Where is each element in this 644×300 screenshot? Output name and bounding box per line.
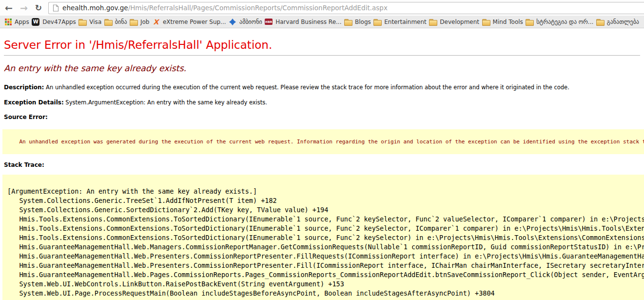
folder-icon: [78, 18, 86, 26]
bookmark-item[interactable]: Blogs: [344, 18, 371, 26]
error-page: Server Error in '/Hmis/ReferralsHall' Ap…: [0, 39, 644, 300]
bookmark-item[interactable]: ამბიონი: [229, 18, 262, 26]
x-orange-icon: X: [152, 18, 160, 26]
refresh-button[interactable]: ↻: [35, 4, 42, 12]
bookmark-item[interactable]: Mind Tools: [482, 18, 523, 26]
bookmark-label: Harvard Business Re...: [275, 19, 341, 25]
bookmark-label: Visa: [89, 19, 101, 25]
bookmark-item[interactable]: HBR Harvard Business Re...: [265, 19, 341, 25]
apps-grid-icon: [5, 19, 12, 25]
url-path: /Hmis/ReferralsHall/Pages/CommissionRepo…: [128, 4, 388, 12]
error-subtitle: An entry with the same key already exist…: [4, 63, 640, 73]
stack-trace-row: Stack Trace:: [4, 161, 640, 169]
bookmark-item[interactable]: განათლება: [596, 18, 639, 26]
description-text: An unhandled exception occurred during t…: [46, 84, 569, 91]
bookmarks-bar: Apps W Dev47Apps Visa ბინა Job X eXtreme…: [0, 16, 644, 28]
hbr-badge-icon: HBR: [265, 19, 273, 25]
address-bar[interactable]: ehealth.moh.gov.ge/Hmis/ReferralsHall/Pa…: [48, 2, 644, 14]
bookmark-label: Blogs: [355, 19, 371, 25]
description-row: Description: An unhandled exception occu…: [4, 84, 640, 92]
bookmark-item[interactable]: X eXtreme Power Sup...: [152, 18, 226, 26]
bookmark-label: ამბიონი: [239, 19, 262, 25]
folder-icon: [429, 18, 437, 26]
back-button[interactable]: ←: [5, 3, 13, 13]
browser-toolbar: ← → ↻ ehealth.moh.gov.ge/Hmis/ReferralsH…: [0, 0, 644, 16]
bookmark-item[interactable]: Entertainment: [373, 18, 427, 26]
stack-trace-text: [ArgumentException: An entry with the sa…: [2, 175, 644, 300]
bookmark-label: Mind Tools: [493, 19, 523, 25]
forward-button[interactable]: →: [20, 3, 28, 13]
exception-details-label: Exception Details:: [4, 99, 64, 106]
source-error-text: An unhandled exception was generated dur…: [20, 139, 644, 145]
bookmark-label: Development: [440, 19, 479, 25]
folder-icon: [373, 18, 381, 26]
source-error-box: An unhandled exception was generated dur…: [2, 129, 644, 154]
bookmark-item[interactable]: W Dev47Apps: [32, 18, 76, 26]
bookmark-item[interactable]: Development: [429, 18, 479, 26]
stack-trace-label: Stack Trace:: [4, 161, 44, 168]
exception-details-text: System.ArgumentException: An entry with …: [65, 99, 267, 106]
source-error-label: Source Error:: [4, 114, 48, 120]
bookmark-label: განათლება: [607, 19, 639, 25]
divider: [4, 55, 640, 56]
bookmark-item[interactable]: სტრატეგია და ორ...: [526, 18, 593, 26]
folder-icon: [130, 18, 137, 26]
source-error-row: Source Error:: [4, 114, 640, 121]
exception-details-row: Exception Details: System.ArgumentExcept…: [4, 99, 640, 107]
bookmark-item[interactable]: Apps: [5, 19, 29, 25]
w-badge-icon: W: [32, 18, 39, 26]
folder-icon: [104, 18, 112, 26]
folder-icon: [596, 18, 604, 26]
page-title: Server Error in '/Hmis/ReferralsHall' Ap…: [4, 39, 640, 51]
blue-cross-icon: [229, 18, 236, 26]
folder-icon: [526, 18, 533, 26]
folder-icon: [482, 18, 490, 26]
bookmark-label: Dev47Apps: [42, 19, 76, 25]
bookmark-label: eXtreme Power Sup...: [163, 19, 226, 25]
bookmark-label: Entertainment: [384, 19, 427, 25]
bookmark-label: Job: [140, 19, 150, 25]
bookmark-item[interactable]: Job: [130, 18, 150, 26]
bookmark-label: Apps: [15, 19, 29, 25]
bookmark-item[interactable]: ბინა: [104, 18, 127, 26]
page-document-icon: [53, 4, 59, 12]
bookmark-label: ბინა: [115, 19, 127, 25]
bookmark-label: სტრატეგია და ორ...: [536, 19, 593, 25]
url-host: ehealth.moh.gov.ge: [62, 4, 128, 12]
bookmark-item[interactable]: Visa: [78, 18, 101, 26]
description-label: Description:: [4, 84, 44, 91]
folder-icon: [344, 18, 352, 26]
